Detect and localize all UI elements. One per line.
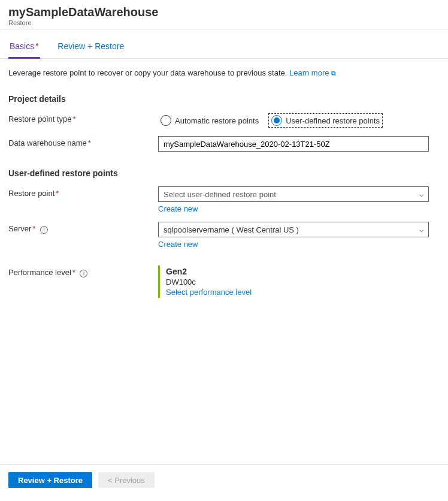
tab-bar: Basics* Review + Restore [0,29,448,59]
server-value: sqlpoolservername ( West Central US ) [164,225,299,234]
tab-review-restore[interactable]: Review + Restore [56,38,125,57]
select-performance-level-link[interactable]: Select performance level [166,288,252,297]
info-icon[interactable]: i [80,270,87,277]
radio-user-defined-label: User-defined restore points [286,116,380,125]
required-indicator: * [88,138,91,147]
learn-more-link[interactable]: Learn more⧉ [289,68,336,77]
section-user-defined-restore-points: User-defined restore points [8,168,440,178]
label-data-warehouse-name: Data warehouse name* [8,136,158,147]
tab-basics-label: Basics [10,41,34,51]
radio-dot-icon [274,117,280,123]
data-warehouse-name-input[interactable] [158,136,429,152]
intro-message: Leverage restore point to recover or cop… [8,68,289,77]
label-restore-point-type: Restore point type* [8,112,158,123]
page-header: mySampleDataWarehouse Restore [0,0,448,29]
chevron-down-icon: ⌵ [419,190,423,198]
performance-sku: DW100c [166,277,423,286]
required-indicator: * [72,268,75,277]
performance-level-summary: Gen2 DW100c Select performance level [158,265,429,298]
required-indicator: * [32,224,35,233]
chevron-down-icon: ⌵ [419,225,423,234]
restore-point-create-new-link[interactable]: Create new [158,204,198,213]
radio-user-defined-restore-points[interactable]: User-defined restore points [268,113,383,128]
server-select[interactable]: sqlpoolservername ( West Central US ) ⌵ [158,222,429,237]
tab-basics[interactable]: Basics* [8,38,40,59]
page-title: mySampleDataWarehouse [8,5,440,19]
footer-bar: Review + Restore < Previous [0,464,448,495]
section-project-details: Project details [8,94,440,104]
radio-circle-icon [271,115,282,126]
learn-more-label: Learn more [289,68,329,77]
restore-point-placeholder: Select user-defined restore point [164,190,276,199]
restore-point-select[interactable]: Select user-defined restore point ⌵ [158,186,429,202]
external-link-icon: ⧉ [331,70,336,77]
label-performance-level: Performance level* i [8,265,158,277]
info-icon[interactable]: i [40,226,48,234]
radio-automatic-label: Automatic restore points [175,116,259,125]
label-server: Server* i [8,222,158,234]
intro-text: Leverage restore point to recover or cop… [8,68,440,77]
main-content: Leverage restore point to recover or cop… [0,59,448,321]
radio-circle-icon [161,115,171,126]
required-indicator: * [56,189,59,198]
required-indicator: * [35,41,38,51]
previous-button: < Previous [98,472,155,488]
review-restore-button[interactable]: Review + Restore [8,472,92,488]
performance-gen: Gen2 [166,267,423,276]
server-create-new-link[interactable]: Create new [158,240,198,249]
label-restore-point: Restore point* [8,186,158,198]
page-subtitle: Restore [8,19,440,26]
required-indicator: * [73,114,76,123]
restore-point-type-radio-group: Automatic restore points User-defined re… [158,112,429,128]
radio-automatic-restore-points[interactable]: Automatic restore points [158,114,261,127]
